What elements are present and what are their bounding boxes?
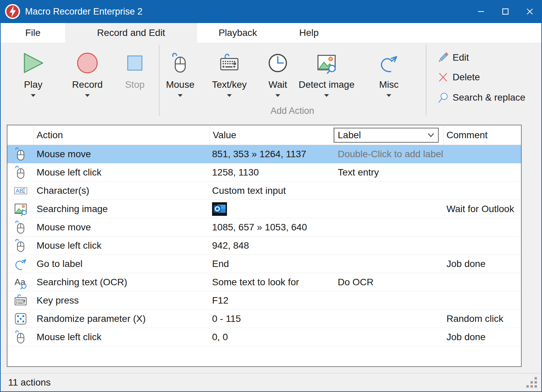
value-text: 0 - 115	[212, 313, 241, 324]
value-cell	[210, 202, 334, 216]
search-replace-button[interactable]: Search & replace	[437, 91, 525, 104]
value-text: 1085, 657 » 1053, 640	[212, 222, 307, 233]
mouse-icon	[169, 52, 191, 74]
add-action-group-label: Add Action	[159, 106, 426, 116]
value-text: 851, 353 » 1264, 1137	[212, 149, 306, 160]
table-body: Mouse move 851, 353 » 1264, 1137 Double-…	[7, 145, 521, 346]
table-header: Action Value Label Comment	[7, 125, 521, 145]
table-row[interactable]: Key press F12	[7, 291, 521, 310]
column-header-value[interactable]: Value	[210, 125, 334, 145]
action-cell: Mouse move	[34, 149, 210, 160]
dropdown-arrow-icon	[387, 94, 391, 97]
outlook-thumbnail	[212, 202, 227, 216]
ribbon: Play Record Stop Mouse Text/key	[1, 43, 541, 119]
image-search-icon	[7, 202, 34, 216]
tab-help[interactable]: Help	[278, 23, 339, 43]
action-cell: Randomize parameter (X)	[34, 313, 210, 324]
tab-playback[interactable]: Playback	[197, 23, 278, 43]
tab-record-and-edit[interactable]: Record and Edit	[65, 23, 197, 43]
table-row[interactable]: Searching text (OCR) Some text to look f…	[7, 273, 521, 291]
value-cell: 942, 848	[210, 240, 334, 251]
textkey-label: Text/key	[206, 79, 253, 90]
delete-button[interactable]: Delete	[437, 71, 480, 83]
magnifier-icon	[437, 91, 449, 104]
ribbon-separator	[426, 45, 426, 116]
dropdown-arrow-icon	[227, 94, 232, 97]
label-cell: Double-Click to add label	[334, 149, 444, 160]
value-text: 0, 0	[212, 332, 228, 343]
table-row[interactable]: Mouse left click 0, 0 Job done	[7, 328, 521, 346]
table-row[interactable]: Go to label End Job done	[7, 255, 521, 273]
red-x-icon	[437, 71, 449, 83]
table-row[interactable]: Mouse move 851, 353 » 1264, 1137 Double-…	[7, 145, 521, 163]
record-button[interactable]: Record	[62, 49, 113, 97]
column-header-icon[interactable]	[7, 125, 34, 145]
table-row[interactable]: Mouse left click 1258, 1130 Text entry	[7, 163, 521, 182]
mouse-icon	[7, 165, 34, 180]
column-header-comment[interactable]: Comment	[444, 125, 521, 145]
play-icon	[22, 52, 44, 74]
keyboard-icon	[218, 52, 240, 74]
value-text: Some text to look for	[212, 277, 299, 288]
value-cell: 851, 353 » 1264, 1137	[210, 149, 334, 160]
mouse-icon	[7, 330, 34, 344]
delete-label: Delete	[453, 72, 480, 83]
value-cell: 1085, 657 » 1053, 640	[210, 222, 334, 233]
edit-label: Edit	[453, 52, 469, 63]
app-window: Macro Recorder Enterprise 2 File Record …	[0, 0, 542, 392]
action-cell: Mouse left click	[34, 240, 210, 251]
app-logo-icon	[5, 4, 20, 19]
play-button[interactable]: Play	[8, 49, 59, 97]
table-row[interactable]: Mouse move 1085, 657 » 1053, 640	[7, 218, 521, 236]
maximize-icon	[502, 8, 509, 15]
edit-button[interactable]: Edit	[437, 51, 469, 64]
tab-file[interactable]: File	[1, 23, 65, 43]
comment-cell: Job done	[444, 332, 521, 343]
action-cell: Mouse move	[34, 222, 210, 233]
comment-cell: Random click	[444, 313, 521, 324]
value-cell: 0, 0	[210, 332, 334, 343]
stop-icon	[127, 55, 143, 71]
label-cell: Text entry	[334, 167, 444, 178]
dice-icon	[7, 312, 34, 326]
dropdown-arrow-icon	[178, 94, 183, 97]
add-textkey-button[interactable]: Text/key	[206, 49, 253, 97]
dropdown-arrow-icon	[324, 94, 329, 97]
action-cell: Mouse left click	[34, 167, 210, 178]
detect-image-label: Detect image	[296, 79, 357, 90]
table-row[interactable]: Randomize parameter (X) 0 - 115 Random c…	[7, 310, 521, 328]
maximize-button[interactable]	[493, 0, 518, 23]
value-text: F12	[212, 295, 228, 306]
minimize-button[interactable]	[469, 0, 493, 23]
menubar: File Record and Edit Playback Help	[1, 23, 541, 43]
label-filter-value: Label	[338, 130, 361, 141]
resize-grip[interactable]	[526, 376, 538, 389]
stop-button[interactable]: Stop	[113, 49, 157, 90]
content-area: Action Value Label Comment Mouse move	[1, 119, 541, 391]
table-row[interactable]: Character(s) Custom text input	[7, 182, 521, 200]
add-misc-button[interactable]: Misc	[369, 49, 409, 97]
label-filter-dropdown[interactable]: Label	[334, 128, 439, 143]
value-cell: 1258, 1130	[210, 167, 334, 178]
comment-cell: Wait for Outlook	[444, 204, 521, 214]
mouse-icon	[7, 220, 34, 234]
keyboard-icon	[7, 293, 34, 308]
action-cell: Searching text (OCR)	[34, 277, 210, 288]
stop-label: Stop	[113, 79, 157, 90]
status-text: 11 actions	[8, 377, 51, 388]
close-button[interactable]	[518, 0, 542, 23]
add-mouse-button[interactable]: Mouse	[157, 49, 204, 97]
value-cell: Some text to look for	[210, 277, 334, 288]
column-header-action[interactable]: Action	[34, 125, 210, 145]
image-search-icon	[316, 52, 337, 74]
table-row[interactable]: Searching image Wait for Outlook	[7, 200, 521, 218]
record-label: Record	[62, 79, 113, 90]
add-wait-button[interactable]: Wait	[257, 49, 298, 97]
value-cell: F12	[210, 295, 334, 306]
value-text: 942, 848	[212, 240, 249, 251]
characters-icon	[7, 184, 34, 198]
label-cell: Do OCR	[334, 277, 444, 288]
add-detect-image-button[interactable]: Detect image	[296, 49, 357, 97]
table-row[interactable]: Mouse left click 942, 848	[7, 236, 521, 255]
value-text: End	[212, 259, 229, 269]
